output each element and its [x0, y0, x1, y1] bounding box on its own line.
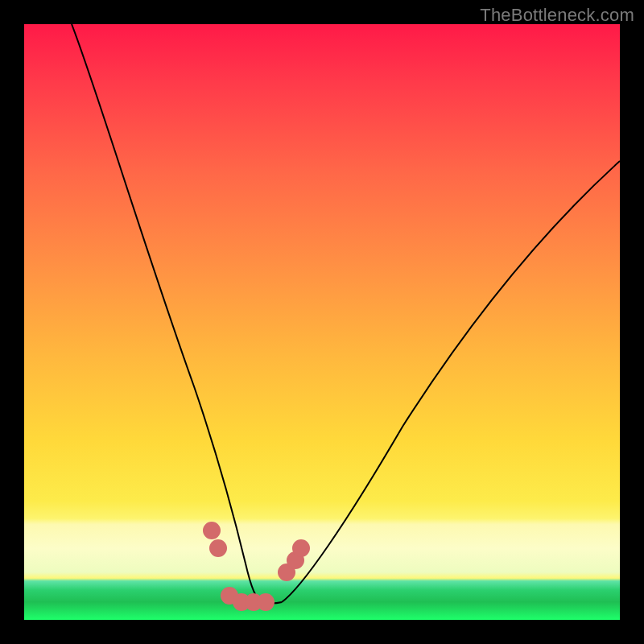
curve-right-branch	[282, 161, 620, 602]
marker-dot	[203, 522, 221, 539]
chart-frame: TheBottleneck.com	[0, 0, 644, 644]
marker-dot-group	[203, 522, 310, 611]
curve-left-branch	[72, 24, 262, 602]
marker-dot	[209, 539, 227, 557]
watermark-text: TheBottleneck.com	[480, 5, 634, 26]
bottleneck-curve-svg	[24, 24, 620, 620]
plot-area	[24, 24, 620, 620]
marker-dot	[292, 539, 310, 557]
marker-dot	[257, 593, 275, 611]
